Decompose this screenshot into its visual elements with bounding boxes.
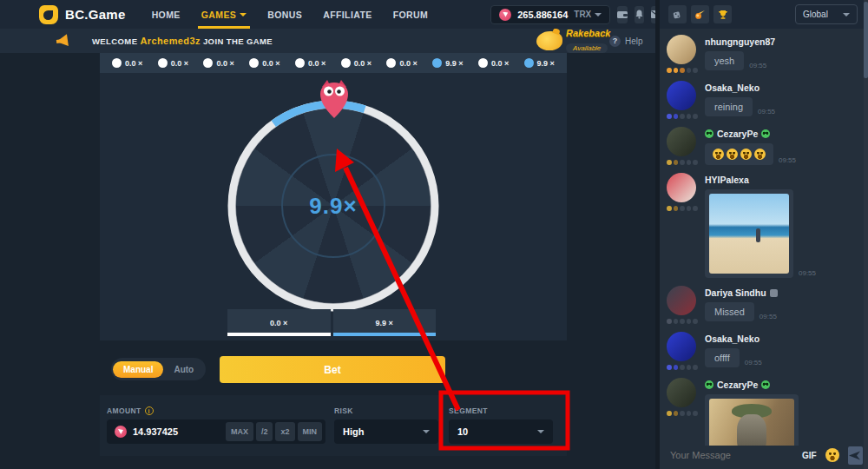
- chat-username[interactable]: Osaka_Neko: [705, 83, 863, 93]
- chat-bubble: offff: [705, 348, 740, 367]
- wallet-button[interactable]: [617, 6, 628, 23]
- bcgame-logo-icon: [39, 5, 58, 24]
- rakeback-widget[interactable]: Rakeback Available: [536, 29, 610, 53]
- brand-logo[interactable]: BC.Game: [0, 5, 126, 24]
- chat-message: Dariya SindhuMissed09:55: [667, 286, 863, 324]
- medal-icon: [687, 160, 692, 165]
- chat-panel: Global nhungnguyen87yesh09:55Osaka_Nekor…: [660, 0, 868, 469]
- emoji-picker-button[interactable]: [825, 448, 839, 462]
- gif-button[interactable]: GIF: [802, 451, 817, 460]
- result-dot-icon: [203, 58, 213, 68]
- user-medals: [667, 160, 698, 165]
- history-result-badge[interactable]: 0.0 ×: [478, 58, 509, 68]
- chat-header: Global: [660, 0, 868, 29]
- amount-MAX-button[interactable]: MAX: [226, 422, 253, 441]
- games-shortcut-button[interactable]: [668, 5, 687, 23]
- history-result-badge[interactable]: 0.0 ×: [295, 58, 326, 68]
- user-medals: [667, 68, 698, 73]
- owl-mascot-icon: [315, 78, 353, 120]
- medal-icon: [674, 114, 679, 119]
- nav-link-affiliate[interactable]: AFFILIATE: [323, 0, 372, 29]
- avatar[interactable]: [667, 332, 696, 361]
- amount-div2-button[interactable]: /2: [256, 422, 273, 441]
- nav-link-bonus[interactable]: BONUS: [267, 0, 302, 29]
- legend-item[interactable]: 9.9 ×: [333, 309, 437, 333]
- history-result-badge[interactable]: 9.9 ×: [432, 58, 463, 68]
- medal-icon: [693, 114, 698, 119]
- chat-username[interactable]: CezaryPe: [705, 129, 863, 139]
- chat-username[interactable]: nhungnguyen87: [705, 36, 863, 47]
- chat-scrollbar[interactable]: [864, 0, 868, 469]
- notifications-button[interactable]: [635, 6, 644, 23]
- result-dot-icon: [386, 58, 396, 68]
- amount-value: 14.937425: [133, 426, 223, 437]
- fireball-icon-button[interactable]: [691, 5, 709, 23]
- history-result-badge[interactable]: 0.0 ×: [341, 58, 372, 68]
- user-medals: [667, 411, 698, 416]
- cat-image[interactable]: [709, 399, 794, 446]
- auto-mode-button[interactable]: Auto: [163, 361, 204, 378]
- nav-link-games[interactable]: GAMES: [201, 0, 247, 29]
- chat-username[interactable]: Osaka_Neko: [705, 334, 863, 344]
- avatar[interactable]: [667, 286, 696, 315]
- medal-icon: [687, 365, 692, 370]
- medal-icon: [667, 114, 672, 119]
- risk-select[interactable]: High: [334, 419, 438, 444]
- avatar[interactable]: [667, 378, 696, 407]
- result-multiplier: 0.0 ×: [216, 59, 233, 68]
- help-button[interactable]: ? Help: [609, 29, 643, 53]
- medal-icon: [674, 319, 679, 324]
- avatar[interactable]: [667, 35, 696, 64]
- nav-link-home[interactable]: HOME: [152, 0, 181, 29]
- medal-icon: [680, 206, 685, 211]
- medal-icon: [667, 206, 672, 211]
- segment-select[interactable]: 10: [449, 419, 553, 444]
- medal-icon: [667, 365, 672, 370]
- trx-coin-icon: [115, 426, 127, 438]
- result-multiplier: 9.9 ×: [445, 59, 463, 68]
- chat-username[interactable]: HYIPalexa: [705, 175, 863, 185]
- piggy-bank-icon: [536, 31, 562, 50]
- amount-label: AMOUNT i: [107, 406, 326, 415]
- currency-selector[interactable]: TRX: [574, 10, 602, 19]
- rakeback-subtitle: Available: [566, 43, 608, 53]
- send-button[interactable]: [848, 446, 863, 465]
- chat-region-select[interactable]: Global: [795, 4, 858, 24]
- chat-bubble-image[interactable]: [705, 394, 799, 446]
- amount-input[interactable]: 14.937425 MAX/2x2MIN: [107, 419, 326, 444]
- result-dot-icon: [249, 58, 259, 68]
- chat-username[interactable]: Dariya Sindhu: [705, 287, 863, 298]
- medal-icon: [680, 68, 685, 73]
- manual-mode-button[interactable]: Manual: [113, 361, 163, 378]
- chat-bubble: reining: [705, 97, 753, 116]
- result-dot-icon: [112, 58, 122, 68]
- balance-pill[interactable]: 265.886164 TRX: [490, 5, 610, 24]
- history-result-badge[interactable]: 0.0 ×: [386, 58, 417, 68]
- amount-MIN-button[interactable]: MIN: [298, 422, 323, 441]
- chat-bubble-image[interactable]: [705, 189, 793, 278]
- avatar[interactable]: [667, 127, 696, 156]
- send-icon: [849, 451, 861, 460]
- trophy-icon-button[interactable]: [713, 5, 732, 23]
- history-result-badge[interactable]: 0.0 ×: [249, 58, 279, 68]
- history-result-badge[interactable]: 0.0 ×: [203, 58, 233, 68]
- avatar[interactable]: [667, 173, 696, 202]
- laugh-emoji-icon: [713, 149, 724, 160]
- chat-bubble: Missed: [705, 302, 754, 321]
- legend-item[interactable]: 0.0 ×: [227, 309, 331, 333]
- beach-image[interactable]: [709, 194, 789, 274]
- bet-button[interactable]: Bet: [220, 356, 445, 383]
- wheel-center: 9.9×: [281, 154, 385, 258]
- legend-label: 0.0 ×: [270, 319, 287, 327]
- history-result-badge[interactable]: 0.0 ×: [112, 58, 142, 68]
- medal-icon: [667, 68, 672, 73]
- history-result-badge[interactable]: 0.0 ×: [158, 58, 188, 68]
- amount-mul2-button[interactable]: x2: [275, 422, 294, 441]
- nav-link-forum[interactable]: FORUM: [393, 0, 429, 29]
- chat-message-list[interactable]: nhungnguyen87yesh09:55Osaka_Nekoreining0…: [660, 31, 863, 446]
- info-icon[interactable]: i: [145, 406, 154, 415]
- chat-username[interactable]: CezaryPe: [705, 380, 863, 390]
- history-result-badge[interactable]: 9.9 ×: [524, 58, 555, 68]
- avatar[interactable]: [667, 81, 696, 110]
- chat-message-input[interactable]: [670, 450, 793, 460]
